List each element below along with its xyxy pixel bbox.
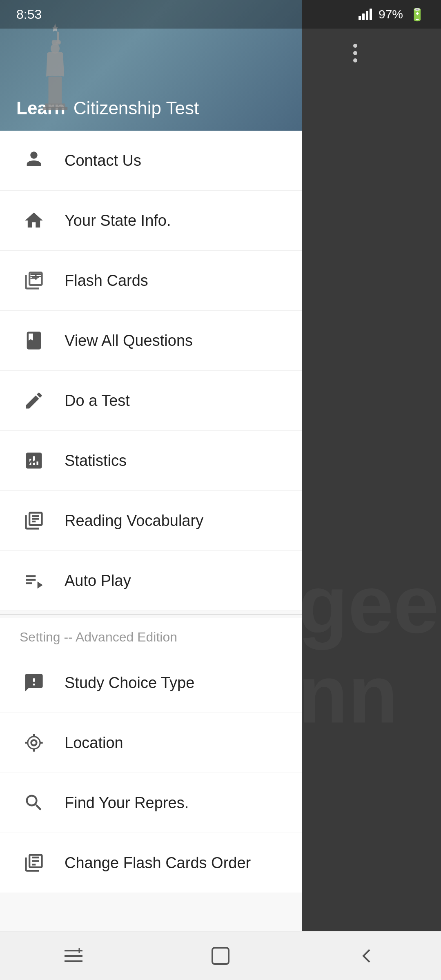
- settings-section-header: Setting -- Advanced Edition: [0, 618, 302, 653]
- home-button[interactable]: [204, 940, 237, 972]
- signal-icon: [359, 9, 372, 20]
- location-icon: [20, 728, 48, 757]
- exclaim-icon: [20, 668, 48, 697]
- dot: [353, 51, 357, 55]
- svg-rect-7: [30, 274, 41, 275]
- menu-label-study-choice-type: Study Choice Type: [65, 674, 194, 692]
- navigation-drawer: Learn Citizenship Test Contact Us Your S…: [0, 0, 302, 980]
- menu-item-study-choice-type[interactable]: Study Choice Type: [0, 653, 302, 713]
- liberty-statue-icon: [24, 20, 86, 110]
- person-icon: [20, 146, 48, 175]
- svg-rect-21: [212, 948, 229, 964]
- menu-label-flash-cards: Flash Cards: [65, 272, 148, 290]
- back-button[interactable]: [351, 940, 384, 972]
- three-dots-menu[interactable]: [339, 37, 372, 69]
- menu-item-change-flash-cards-order[interactable]: Change Flash Cards Order: [0, 833, 302, 893]
- navigation-bar: [0, 931, 441, 980]
- menu-label-reading-vocabulary: Reading Vocabulary: [65, 512, 203, 530]
- menu-label-auto-play: Auto Play: [65, 572, 131, 590]
- autoplay-icon: [20, 566, 48, 595]
- menu-item-reading-vocabulary[interactable]: Reading Vocabulary: [0, 491, 302, 551]
- svg-rect-8: [30, 276, 41, 277]
- header-citizenship-label: Citizenship Test: [74, 98, 199, 118]
- svg-rect-6: [43, 107, 68, 110]
- menu-label-change-flash-cards-order: Change Flash Cards Order: [65, 854, 251, 872]
- dot: [353, 44, 357, 48]
- menu-label-statistics: Statistics: [65, 452, 127, 470]
- svg-point-10: [38, 459, 40, 461]
- svg-point-12: [28, 737, 40, 749]
- menu-item-contact-us[interactable]: Contact Us: [0, 131, 302, 191]
- cards-icon: [20, 266, 48, 295]
- status-bar: 8:53 97% 🔋: [0, 0, 441, 29]
- menu-item-your-state-info[interactable]: Your State Info.: [0, 191, 302, 251]
- svg-rect-9: [30, 278, 37, 279]
- dot: [353, 58, 357, 62]
- chart-icon: [20, 446, 48, 475]
- menu-item-view-all-questions[interactable]: View All Questions: [0, 311, 302, 371]
- book-icon: [20, 326, 48, 355]
- home-icon: [20, 206, 48, 235]
- recent-apps-button[interactable]: [57, 940, 90, 972]
- svg-point-11: [31, 740, 37, 746]
- menu-label-view-all-questions: View All Questions: [65, 332, 193, 350]
- menu-item-flash-cards[interactable]: Flash Cards: [0, 251, 302, 311]
- section-divider: [0, 614, 302, 615]
- svg-rect-4: [49, 77, 62, 105]
- menu-list: Contact Us Your State Info. Flash Cards …: [0, 131, 302, 980]
- menu-item-auto-play[interactable]: Auto Play: [0, 551, 302, 611]
- menu-label-do-a-test: Do a Test: [65, 392, 130, 410]
- status-right: 97% 🔋: [359, 7, 425, 22]
- time: 8:53: [16, 7, 42, 22]
- menu-item-do-a-test[interactable]: Do a Test: [0, 371, 302, 431]
- menu-label-your-state-info: Your State Info.: [65, 212, 171, 229]
- pencil-icon: [20, 386, 48, 415]
- menu-label-location: Location: [65, 734, 123, 752]
- reorder-cards-icon: [20, 849, 48, 877]
- menu-item-statistics[interactable]: Statistics: [0, 431, 302, 491]
- search-icon: [20, 788, 48, 817]
- battery-icon: 🔋: [410, 7, 425, 22]
- background-panel: [298, 0, 441, 980]
- menu-item-location[interactable]: Location: [0, 713, 302, 773]
- reading-icon: [20, 506, 48, 535]
- bg-text-bottom: nn: [298, 653, 398, 735]
- battery-text: 97%: [379, 7, 403, 21]
- menu-label-find-your-repres: Find Your Repres.: [65, 794, 189, 812]
- bg-text-top: gee: [298, 564, 439, 645]
- menu-label-contact-us: Contact Us: [65, 152, 141, 169]
- menu-item-find-your-repres[interactable]: Find Your Repres.: [0, 773, 302, 833]
